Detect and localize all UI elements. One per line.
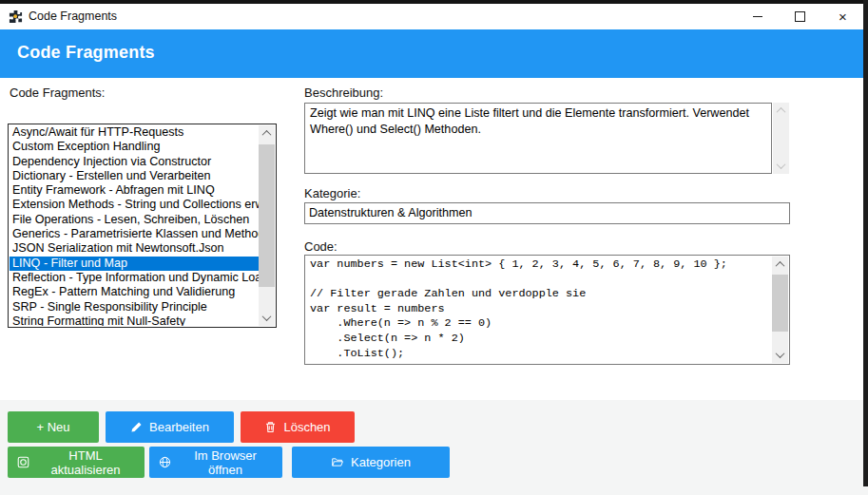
- refresh-square-icon: [17, 456, 29, 468]
- scroll-down-icon[interactable]: [773, 158, 789, 174]
- scroll-up-icon[interactable]: [773, 103, 789, 119]
- list-item[interactable]: Dictionary - Erstellen und Verarbeiten: [10, 169, 259, 183]
- maximize-icon: [795, 11, 805, 22]
- close-button[interactable]: ×: [821, 4, 864, 29]
- list-item[interactable]: Extension Methods - String und Collectio…: [10, 198, 259, 212]
- list-item[interactable]: RegEx - Pattern Matching und Validierung: [10, 285, 259, 299]
- scroll-up-icon[interactable]: [772, 257, 788, 273]
- delete-button[interactable]: Löschen: [241, 411, 355, 443]
- list-item[interactable]: Dependency Injection via Constructor: [10, 155, 259, 169]
- globe-icon: [159, 456, 171, 468]
- maximize-button[interactable]: [779, 4, 821, 29]
- list-item[interactable]: Generics - Parametrisierte Klassen und M…: [10, 227, 259, 241]
- list-item[interactable]: LINQ - Filter und Map: [10, 257, 259, 271]
- window-title: Code Fragments: [29, 10, 117, 23]
- edit-button-label: Bearbeiten: [149, 420, 209, 434]
- screen-edge-top: [0, 0, 868, 4]
- new-button-label: + Neu: [36, 420, 69, 434]
- list-item[interactable]: Entity Framework - Abfragen mit LINQ: [10, 183, 259, 198]
- edit-button[interactable]: Bearbeiten: [106, 411, 234, 443]
- app-header: Code Fragments: [0, 29, 863, 78]
- categories-button-label: Kategorien: [351, 455, 411, 469]
- title-bar: Code Fragments ×: [0, 4, 863, 29]
- list-item[interactable]: SRP - Single Responsibility Principle: [10, 300, 259, 314]
- list-item[interactable]: String Formatting mit Null-Safety: [10, 314, 259, 326]
- minimize-icon: [753, 16, 762, 17]
- scroll-down-icon[interactable]: [259, 310, 275, 326]
- open-browser-button[interactable]: Im Browser öffnen: [149, 447, 282, 478]
- code-label: Code:: [304, 239, 338, 254]
- description-label: Beschreibung:: [304, 86, 383, 100]
- categories-button[interactable]: Kategorien: [292, 447, 450, 478]
- scrollbar-thumb[interactable]: [772, 275, 788, 332]
- code-content: var numbers = new List<int> { 1, 2, 3, 4…: [306, 257, 772, 363]
- minimize-button[interactable]: [736, 4, 779, 29]
- html-refresh-button-label: HTML aktualisieren: [36, 448, 135, 477]
- code-textarea[interactable]: var numbers = new List<int> { 1, 2, 3, 4…: [304, 255, 790, 365]
- delete-button-label: Löschen: [283, 420, 330, 434]
- page-title: Code Fragments: [17, 43, 155, 63]
- screen-edge-right: [863, 0, 868, 486]
- app-puzzle-icon: [9, 10, 23, 24]
- category-input[interactable]: Datenstrukturen & Algorithmen: [304, 202, 790, 224]
- new-button[interactable]: + Neu: [8, 411, 99, 443]
- scrollbar-thumb[interactable]: [259, 144, 275, 287]
- button-panel: + Neu Bearbeiten Löschen HTML aktualisie: [0, 400, 868, 495]
- open-browser-button-label: Im Browser öffnen: [178, 448, 273, 477]
- list-item[interactable]: JSON Serialization mit Newtonsoft.Json: [10, 241, 259, 256]
- close-icon: ×: [839, 10, 847, 24]
- category-label: Kategorie:: [304, 186, 360, 200]
- pencil-icon: [130, 421, 143, 433]
- code-fragments-listbox[interactable]: Async/Await für HTTP-RequestsCustom Exce…: [8, 124, 277, 328]
- list-item[interactable]: Custom Exception Handling: [10, 140, 259, 154]
- description-scrollbar[interactable]: [773, 103, 789, 174]
- list-item[interactable]: Async/Await für HTTP-Requests: [10, 125, 259, 140]
- list-item[interactable]: File Operations - Lesen, Schreiben, Lösc…: [10, 213, 259, 227]
- app-window: Code Fragments × Code Fragments Code Fra…: [0, 0, 868, 495]
- code-scrollbar[interactable]: [772, 257, 788, 363]
- list-label: Code Fragments:: [10, 86, 105, 100]
- listbox-scrollbar[interactable]: [259, 125, 275, 326]
- list-item[interactable]: Reflection - Type Information und Dynami…: [10, 271, 259, 285]
- trash-icon: [264, 421, 277, 433]
- scroll-down-icon[interactable]: [772, 347, 788, 363]
- listbox-items: Async/Await für HTTP-RequestsCustom Exce…: [10, 125, 259, 326]
- folder-icon: [331, 456, 344, 468]
- scroll-up-icon[interactable]: [259, 125, 275, 142]
- html-refresh-button[interactable]: HTML aktualisieren: [8, 447, 145, 478]
- description-textarea[interactable]: Zeigt wie man mit LINQ eine Liste filter…: [304, 103, 772, 174]
